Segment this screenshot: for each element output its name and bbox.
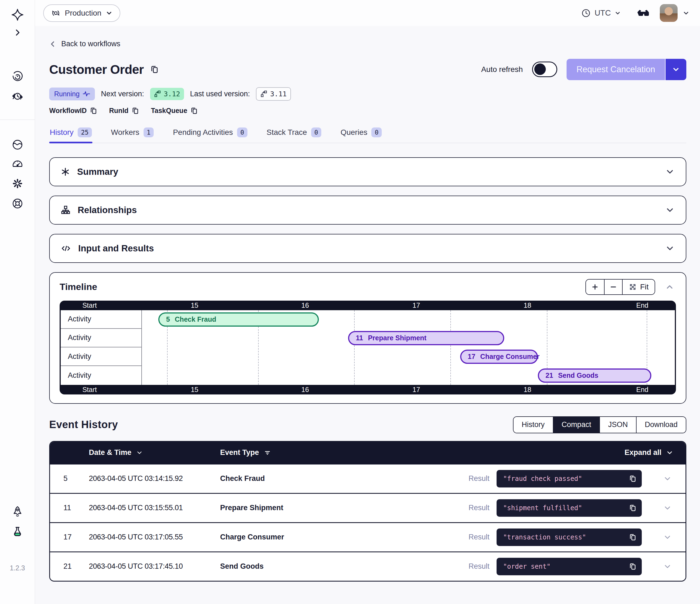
tab-history[interactable]: History25	[49, 126, 93, 143]
copy-icon[interactable]	[629, 533, 637, 541]
zoom-out-button[interactable]	[604, 280, 622, 294]
event-row[interactable]: 21 2063-04-05 UTC 03:17:45.10 Send Goods…	[50, 552, 685, 581]
tab-stack-trace[interactable]: Stack Trace0	[266, 126, 322, 143]
minus-icon	[609, 283, 617, 291]
timeline-bar-prepare-shipment[interactable]: 11Prepare Shipment	[348, 331, 504, 345]
timeline-collapse-button[interactable]	[664, 282, 676, 292]
sidebar-item-schedules[interactable]	[11, 90, 24, 103]
code-icon	[61, 244, 71, 253]
copy-icon[interactable]	[629, 504, 637, 512]
event-row[interactable]: 11 2063-04-05 UTC 03:15:55.01 Prepare Sh…	[50, 493, 685, 522]
filter-icon	[264, 449, 271, 456]
timeline-row-label: Activity	[61, 347, 141, 366]
event-row[interactable]: 5 2063-04-05 UTC 03:14:15.92 Check Fraud…	[50, 464, 685, 493]
tab-workers[interactable]: Workers1	[110, 126, 154, 143]
row-expand-button[interactable]	[661, 503, 673, 513]
copy-icon	[90, 107, 98, 115]
event-type: Check Fraud	[220, 474, 468, 483]
timezone-label: UTC	[595, 8, 611, 18]
version-branch-icon	[154, 90, 161, 97]
relationships-tree-icon	[61, 205, 71, 215]
gridline	[354, 310, 355, 385]
chevron-down-icon	[663, 504, 672, 512]
request-cancelation-button[interactable]: Request Cancelation	[567, 59, 686, 80]
row-expand-button[interactable]	[661, 474, 673, 483]
timeline-bar-check-fraud[interactable]: 5Check Fraud	[158, 312, 319, 327]
sidebar-item-namespaces[interactable]	[11, 139, 24, 151]
sidebar-item-labs-flask[interactable]	[11, 525, 24, 538]
timeline-bar-charge-consumer[interactable]: 17Charge Consumer	[460, 349, 538, 364]
event-history-title: Event History	[49, 419, 118, 431]
run-id-copy[interactable]: RunId	[109, 107, 140, 115]
next-version-badge: 3.12	[150, 88, 184, 100]
input-results-accordion[interactable]: Input and Results	[49, 234, 686, 263]
copy-icon[interactable]	[629, 562, 637, 571]
expand-all-button[interactable]: Expand all	[625, 448, 673, 457]
column-event-type[interactable]: Event Type	[220, 448, 625, 457]
timezone-selector[interactable]: UTC	[581, 8, 621, 18]
sidebar-expand-button[interactable]	[11, 28, 24, 37]
summary-title: Summary	[77, 167, 118, 177]
column-date-time[interactable]: Date & Time	[89, 448, 220, 457]
result-label: Result	[468, 562, 490, 571]
title-row: Customer Order Auto refresh Request Canc…	[49, 59, 686, 80]
sidebar-item-support[interactable]	[11, 197, 24, 210]
clock-icon	[581, 8, 591, 18]
copy-icon[interactable]	[629, 475, 637, 483]
timeline-bar-send-goods[interactable]: 21Send Goods	[538, 368, 651, 383]
view-history-button[interactable]: History	[514, 417, 553, 433]
download-button[interactable]: Download	[636, 417, 686, 433]
auto-refresh-toggle[interactable]	[532, 62, 557, 77]
view-compact-button[interactable]: Compact	[553, 417, 599, 433]
zoom-fit-button[interactable]: Fit	[622, 280, 655, 294]
fit-expand-icon	[629, 283, 637, 291]
chevron-left-icon	[49, 40, 57, 48]
view-json-button[interactable]: JSON	[599, 417, 636, 433]
cancelation-menu-caret[interactable]	[665, 59, 686, 80]
request-cancelation-label[interactable]: Request Cancelation	[567, 59, 665, 80]
app-version: 1.2.3	[0, 564, 35, 572]
toggle-knob	[534, 64, 546, 75]
sidebar-item-workflows[interactable]	[11, 70, 24, 82]
tab-pending-activities[interactable]: Pending Activities0	[172, 126, 248, 143]
chevron-down-icon	[665, 167, 675, 177]
back-to-workflows-link[interactable]: Back to workflows	[49, 40, 120, 48]
result-label: Result	[468, 504, 490, 512]
timeline-panel: Timeline Fit	[49, 272, 686, 404]
result-label: Result	[468, 474, 490, 483]
status-row: Running Next version: 3.12 Last used ver…	[49, 87, 686, 101]
event-row[interactable]: 17 2063-04-05 UTC 03:17:05.55 Charge Con…	[50, 522, 685, 552]
namespace-switcher[interactable]: Production	[43, 4, 120, 22]
chevron-down-icon	[672, 65, 680, 74]
relationships-title: Relationships	[78, 205, 137, 215]
zoom-in-button[interactable]	[586, 280, 604, 294]
result-label: Result	[468, 533, 490, 541]
avatar[interactable]	[660, 4, 678, 22]
timeline-title: Timeline	[59, 282, 97, 292]
row-expand-button[interactable]	[661, 562, 673, 571]
chevron-down-icon	[665, 205, 675, 215]
relationships-accordion[interactable]: Relationships	[49, 196, 686, 224]
task-queue-copy[interactable]: TaskQueue	[151, 107, 198, 115]
result-value: "order sent"	[503, 563, 629, 570]
tab-bar: History25 Workers1 Pending Activities0 S…	[49, 126, 686, 143]
temporal-logo-icon[interactable]	[11, 8, 24, 21]
copy-title-button[interactable]	[150, 65, 159, 74]
event-id: 11	[64, 504, 89, 512]
tab-queries[interactable]: Queries0	[340, 126, 382, 143]
event-id: 17	[64, 533, 89, 541]
sidebar-item-settings[interactable]	[11, 177, 24, 190]
summary-accordion[interactable]: Summary	[49, 157, 686, 186]
workflow-id-copy[interactable]: WorkflowID	[49, 107, 98, 115]
sidebar-item-getting-started[interactable]	[11, 505, 24, 518]
chevron-up-icon	[665, 282, 674, 292]
topbar: Production UTC	[35, 0, 700, 26]
version-branch-icon	[260, 90, 268, 97]
last-version-label: Last used version:	[190, 90, 250, 98]
topbar-right: UTC	[581, 4, 690, 22]
sidebar-item-usage[interactable]	[11, 157, 24, 170]
row-expand-button[interactable]	[661, 533, 673, 542]
labs-glasses-icon[interactable]	[636, 8, 650, 18]
account-menu-chevron-icon[interactable]	[682, 9, 690, 17]
timeline-chart: Start 15 16 17 18 End Activity Activity …	[59, 300, 676, 394]
